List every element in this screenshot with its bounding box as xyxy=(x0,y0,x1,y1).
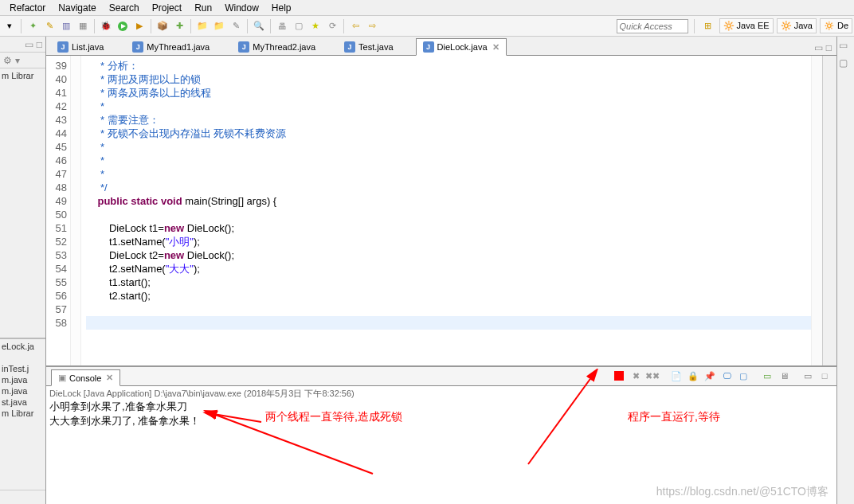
clear-console-icon[interactable]: 📄 xyxy=(669,369,684,382)
tree-item[interactable]: m Librar xyxy=(0,70,45,81)
tree-item[interactable]: m.java xyxy=(0,385,45,397)
left-scrollbar[interactable] xyxy=(0,490,45,504)
overview-ruler xyxy=(811,56,822,365)
new-console-icon[interactable]: ▭ xyxy=(760,369,774,382)
quick-access-area: ⊞ 🔆 Java EE 🔆 Java 🔅 De xyxy=(617,18,852,34)
console-header: DieLock [Java Application] D:\java7\bin\… xyxy=(49,388,833,400)
menu-run[interactable]: Run xyxy=(188,2,218,14)
remove-launch-icon[interactable]: ✖ xyxy=(629,369,643,382)
tab-minimize-icon[interactable]: ▭ xyxy=(814,42,823,53)
editor-tabs: JList.java JMyThread1.java JMyThread2.ja… xyxy=(46,37,836,56)
run-last-icon[interactable]: ▶ xyxy=(131,18,147,34)
perspective-javaee[interactable]: 🔆 Java EE xyxy=(719,18,774,33)
console-max-icon[interactable]: □ xyxy=(817,369,832,382)
main-toolbar: ▾ ✦ ✎ ▥ ▦ 🐞 ▶ 📦 ✚ 📁 📁 ✎ 🔍 🖶 ▢ ★ ⟳ ⇦ ⇨ ⊞ … xyxy=(0,16,854,37)
display-console-icon[interactable]: 🖵 xyxy=(719,369,734,382)
new-package-icon[interactable]: 📦 xyxy=(155,18,170,34)
folder1-icon[interactable]: 📁 xyxy=(194,18,210,34)
line-gutter: 3940414243444546474849505152535455565758 xyxy=(46,56,70,365)
folding-ruler xyxy=(70,56,81,365)
tab-maximize-icon[interactable]: □ xyxy=(826,42,832,53)
console-line: 小明拿到水果了,准备拿水果刀 xyxy=(49,400,833,414)
code-content[interactable]: * 分析： * 两把及两把以上的锁 * 两条及两条以上的线程 * * 需要注意：… xyxy=(81,56,811,365)
sync-icon[interactable]: ⟳ xyxy=(324,18,340,34)
search-icon[interactable]: 🔍 xyxy=(251,18,267,34)
java-file-icon: J xyxy=(423,41,434,53)
tab-mythread1[interactable]: JMyThread1.java xyxy=(126,39,216,55)
outline-icon[interactable]: ▦ xyxy=(75,18,91,34)
tab-list-java[interactable]: JList.java xyxy=(51,39,110,55)
java-file-icon: J xyxy=(57,41,69,53)
tab-mythread2[interactable]: JMyThread2.java xyxy=(232,39,322,55)
maximize-icon[interactable]: □ xyxy=(37,39,42,50)
console-toolbar: ✖ ✖✖ 📄 🔒 📌 🖵 ▢ ▭ 🖥 ▭ □ xyxy=(612,369,836,385)
outline-icon[interactable]: ▢ xyxy=(839,57,853,72)
tree-item[interactable]: m Librar xyxy=(0,408,45,419)
folder2-icon[interactable]: 📁 xyxy=(211,18,227,34)
editor-scrollbar[interactable] xyxy=(822,56,836,365)
right-trim: ▭ ▢ xyxy=(836,37,854,504)
wand-icon[interactable]: ✎ xyxy=(228,18,244,34)
open-perspective-icon[interactable]: ⊞ xyxy=(700,18,716,34)
tree-item[interactable]: eLock.ja xyxy=(0,341,45,352)
console-icon: ▣ xyxy=(58,373,66,383)
close-icon[interactable]: ✕ xyxy=(106,373,113,383)
menu-project[interactable]: Project xyxy=(146,2,188,14)
package-explorer: ▭ □ ⚙ ▾ m Librar eLock.ja inTest.j m.jav… xyxy=(0,37,46,504)
new-type-icon[interactable]: ✚ xyxy=(171,18,187,34)
java-file-icon: J xyxy=(132,41,143,53)
box-icon[interactable]: ▢ xyxy=(291,18,307,34)
java-file-icon: J xyxy=(344,41,355,53)
open-console-icon[interactable]: ▢ xyxy=(736,369,750,382)
quick-access-input[interactable] xyxy=(617,19,688,33)
menu-dropdown-icon[interactable]: ▾ xyxy=(15,55,20,66)
console-tab[interactable]: ▣ Console ✕ xyxy=(51,369,120,386)
code-editor[interactable]: 3940414243444546474849505152535455565758… xyxy=(46,56,836,366)
close-icon[interactable]: ✕ xyxy=(492,42,499,53)
console-panel: ▣ Console ✕ ✖ ✖✖ 📄 🔒 📌 🖵 ▢ ▭ 🖥 xyxy=(46,366,836,504)
toolbar-dropdown-icon[interactable]: ▾ xyxy=(2,18,18,34)
tree-item[interactable]: m.java xyxy=(0,374,45,385)
tab-test[interactable]: JTest.java xyxy=(338,39,399,55)
debug-icon[interactable]: 🐞 xyxy=(98,18,114,34)
print-icon[interactable]: 🖶 xyxy=(274,18,290,34)
edit-icon[interactable]: ✎ xyxy=(41,18,57,34)
scroll-lock-icon[interactable]: 🔒 xyxy=(686,369,700,382)
perspective-java[interactable]: 🔆 Java xyxy=(777,18,817,33)
restore-icon[interactable]: ▭ xyxy=(839,40,853,54)
remove-all-icon[interactable]: ✖✖ xyxy=(645,369,660,382)
menu-navigate[interactable]: Navigate xyxy=(52,2,102,14)
minimize-icon[interactable]: ▭ xyxy=(25,39,33,50)
monitor-icon[interactable]: 🖥 xyxy=(777,369,791,382)
perspective-debug[interactable]: 🔅 De xyxy=(820,18,852,33)
java-file-icon: J xyxy=(238,41,249,53)
link-editor-icon[interactable]: ⚙ xyxy=(3,55,12,66)
tree-item[interactable]: st.java xyxy=(0,397,45,408)
book-icon[interactable]: ▥ xyxy=(58,18,74,34)
new-wizard-icon[interactable]: ✦ xyxy=(25,18,41,34)
forward-icon[interactable]: ⇨ xyxy=(364,18,380,34)
menu-search[interactable]: Search xyxy=(103,2,146,14)
run-icon[interactable] xyxy=(115,18,131,34)
tree-item[interactable]: inTest.j xyxy=(0,363,45,374)
pin-console-icon[interactable]: 📌 xyxy=(703,369,717,382)
menu-refactor[interactable]: Refactor xyxy=(3,2,52,14)
menu-help[interactable]: Help xyxy=(265,2,298,14)
menu-window[interactable]: Window xyxy=(218,2,265,14)
terminate-button[interactable] xyxy=(612,369,626,382)
menu-bar: Refactor Navigate Search Project Run Win… xyxy=(0,0,854,16)
console-min-icon[interactable]: ▭ xyxy=(801,369,815,382)
back-icon[interactable]: ⇦ xyxy=(347,18,363,34)
tab-dielock[interactable]: JDieLock.java ✕ xyxy=(416,38,507,56)
star-icon[interactable]: ★ xyxy=(308,18,323,34)
console-output[interactable]: DieLock [Java Application] D:\java7\bin\… xyxy=(46,386,836,504)
watermark: https://blog.csdn.net/@51CTO博客 xyxy=(656,485,829,499)
console-line: 大大拿到水果刀了, 准备拿水果！ xyxy=(49,414,833,428)
